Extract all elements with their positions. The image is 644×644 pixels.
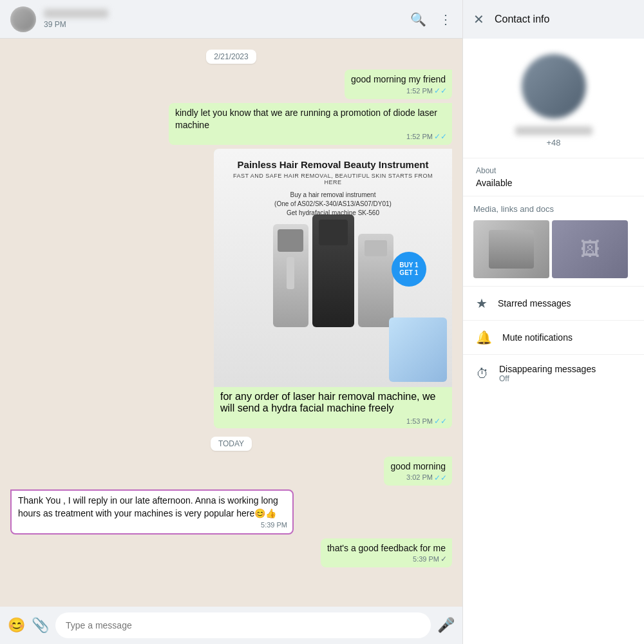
- star-icon: ★: [476, 296, 488, 311]
- contact-avatar: [522, 54, 586, 118]
- message-row: good morning 3:02 PM ✓✓: [10, 457, 452, 486]
- contact-name-blur: [515, 126, 592, 135]
- message-row-highlighted: Thank You , I will reply in our late aft…: [10, 489, 452, 534]
- emoji-icon[interactable]: 😊: [8, 617, 25, 634]
- search-icon[interactable]: 🔍: [410, 12, 426, 27]
- about-label: About: [476, 166, 631, 175]
- image-caption: for any order of laser hair removal mach…: [214, 387, 452, 428]
- promo-title: Painless Hair Removal Beauty Instrument: [224, 159, 442, 170]
- read-receipt: ✓✓: [434, 473, 447, 484]
- contact-name: [44, 9, 108, 18]
- message-row-image: ↩ Painless Hair Removal Beauty Instrumen…: [10, 149, 452, 428]
- date-divider-old: 2/21/2023: [10, 50, 452, 62]
- message-bubble: good morning 3:02 PM ✓✓: [384, 457, 452, 486]
- disappearing-label: Disappearing messages: [499, 364, 596, 374]
- header-time: 39 PM: [44, 20, 402, 29]
- contact-phone-number: +48: [546, 138, 560, 147]
- message-time: 1:52 PM ✓✓: [406, 131, 447, 142]
- attach-icon[interactable]: 📎: [32, 617, 49, 634]
- contact-panel: ✕ Contact info +48 About Available Media…: [462, 0, 644, 644]
- message-time: 1:53 PM ✓✓: [406, 417, 447, 426]
- bell-icon: 🔔: [476, 330, 492, 345]
- machines-illustration: [273, 224, 393, 327]
- read-receipt: ✓✓: [434, 86, 447, 97]
- message-time: 5:39 PM: [261, 520, 287, 530]
- contact-body: +48 About Available Media, links and doc…: [463, 39, 644, 644]
- chat-input-bar: 😊 📎 🎤: [0, 607, 462, 644]
- menu-icon[interactable]: ⋮: [439, 12, 452, 27]
- message-input[interactable]: [55, 612, 431, 638]
- message-time: 5:39 PM ✓: [413, 554, 447, 565]
- disappearing-value: Off: [499, 374, 596, 383]
- media-thumbnail-1[interactable]: [473, 220, 549, 278]
- message-time: 3:02 PM ✓✓: [406, 473, 447, 484]
- buy1get1-badge: BUY 1GET 1: [392, 252, 426, 287]
- mute-label: Mute notifications: [502, 332, 573, 343]
- date-divider-today: TODAY: [10, 437, 452, 449]
- media-thumbnail-2[interactable]: 🖼: [552, 220, 628, 278]
- message-bubble: Thank You , I will reply in our late aft…: [10, 489, 294, 534]
- read-receipt: ✓✓: [434, 131, 447, 142]
- promo-offer: Buy a hair removal instrument (One of AS…: [224, 191, 442, 218]
- contact-info-header: ✕ Contact info: [463, 0, 644, 39]
- chat-header: 39 PM 🔍 ⋮: [0, 0, 462, 39]
- about-value: Available: [476, 178, 631, 188]
- message-time: 1:52 PM ✓✓: [406, 86, 447, 97]
- contact-avatar-section: +48: [463, 39, 644, 158]
- message-row: good morning my friend 1:52 PM ✓✓: [10, 70, 452, 99]
- chat-panel: 39 PM 🔍 ⋮ 2/21/2023 good morning my frie…: [0, 0, 462, 644]
- read-receipt: ✓✓: [434, 417, 447, 426]
- promo-content: Painless Hair Removal Beauty Instrument …: [224, 159, 442, 218]
- promo-image: Painless Hair Removal Beauty Instrument …: [214, 149, 452, 387]
- disappearing-messages-action[interactable]: ⏱ Disappearing messages Off: [463, 354, 644, 392]
- about-section: About Available: [463, 158, 644, 196]
- message-bubble: that's a good feedback for me 5:39 PM ✓: [321, 538, 452, 568]
- media-section: Media, links and docs 🖼: [463, 196, 644, 286]
- close-button[interactable]: ✕: [473, 12, 484, 27]
- header-icons: 🔍 ⋮: [410, 12, 452, 27]
- message-row: that's a good feedback for me 5:39 PM ✓: [10, 538, 452, 568]
- contact-info-title: Contact info: [495, 14, 549, 25]
- mic-icon[interactable]: 🎤: [437, 617, 455, 634]
- image-message-bubble: ↩ Painless Hair Removal Beauty Instrumen…: [214, 149, 452, 428]
- disappearing-info: Disappearing messages Off: [499, 364, 596, 383]
- message-row: kindly let you know that we are running …: [10, 103, 452, 145]
- timer-icon: ⏱: [476, 366, 489, 381]
- media-grid: 🖼: [473, 220, 634, 278]
- promo-subtitle: FAST AND SAFE HAIR REMOVAL, BEAUTIFUL SK…: [224, 173, 442, 185]
- send-receipt: ✓: [440, 554, 447, 565]
- avatar[interactable]: [10, 6, 36, 32]
- message-bubble: good morning my friend 1:52 PM ✓✓: [345, 70, 452, 99]
- starred-label: Starred messages: [498, 298, 571, 308]
- mute-notifications-action[interactable]: 🔔 Mute notifications: [463, 320, 644, 354]
- header-info: 39 PM: [44, 9, 402, 29]
- chat-messages: 2/21/2023 good morning my friend 1:52 PM…: [0, 39, 462, 607]
- hydra-machine: [389, 317, 447, 382]
- media-label: Media, links and docs: [473, 204, 634, 214]
- starred-messages-action[interactable]: ★ Starred messages: [463, 286, 644, 320]
- message-bubble: kindly let you know that we are running …: [169, 103, 452, 145]
